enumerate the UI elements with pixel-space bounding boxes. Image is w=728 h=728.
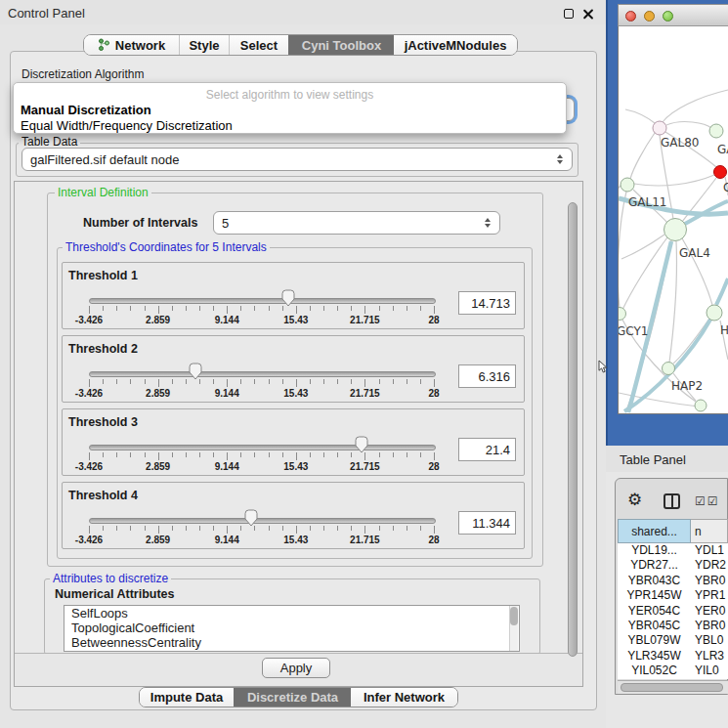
threshold-value-field[interactable]: 14.713 xyxy=(458,291,516,315)
table-row[interactable]: YBR043CYBR0 xyxy=(618,574,728,588)
slider-major-tick xyxy=(158,379,159,387)
slider-minor-tick xyxy=(310,306,311,311)
network-node-ga[interactable] xyxy=(709,124,723,138)
slider-minor-tick xyxy=(351,306,352,311)
network-node-c[interactable] xyxy=(714,166,727,179)
algorithm-dropdown-popup: Select algorithm to view settings Manual… xyxy=(13,82,567,134)
close-light-icon[interactable] xyxy=(625,11,636,21)
table-body[interactable]: YDL19...YDL1YDR27...YDR2YBR043CYBR0YPR14… xyxy=(618,543,728,679)
tab-cyni-toolbox[interactable]: Cyni Toolbox xyxy=(288,35,394,55)
bottom-tab-discretize-data[interactable]: Discretize Data xyxy=(234,688,351,707)
attributes-list-scrollbar-thumb[interactable] xyxy=(510,607,518,625)
slider-major-tick xyxy=(227,379,228,387)
threshold-slider-thumb[interactable] xyxy=(355,436,368,453)
float-icon[interactable] xyxy=(564,9,574,19)
tab-select[interactable]: Select xyxy=(229,35,288,55)
threshold-slider-track[interactable] xyxy=(89,371,436,377)
slider-minor-tick xyxy=(199,526,200,531)
tab-label: Impute Data xyxy=(150,690,223,705)
column-header-name[interactable]: n xyxy=(691,519,728,543)
network-node-gal4[interactable] xyxy=(664,219,687,241)
slider-minor-tick xyxy=(337,526,338,531)
list-item[interactable]: TopologicalCoefficient xyxy=(64,621,519,635)
threshold-slider-thumb[interactable] xyxy=(281,289,295,307)
checkbox-icons[interactable]: ☑☑ xyxy=(695,494,720,508)
threshold-slider-track[interactable] xyxy=(89,298,436,304)
slider-tick-label: 28 xyxy=(428,535,439,545)
threshold-label: Threshold 3 xyxy=(68,415,138,429)
slider-minor-tick xyxy=(393,526,394,531)
threshold-value-field[interactable]: 11.344 xyxy=(458,511,516,535)
threshold-slider-thumb[interactable] xyxy=(189,363,202,380)
threshold-slider-track[interactable] xyxy=(89,518,436,524)
number-of-intervals-combobox[interactable]: 5 xyxy=(213,211,500,235)
network-edge xyxy=(669,241,676,363)
network-edge xyxy=(619,192,626,308)
split-table-icon[interactable] xyxy=(664,493,680,509)
cell-shared-name: YIL052C xyxy=(618,664,691,678)
slider-tick-label: 9.144 xyxy=(215,388,239,399)
slider-minor-tick xyxy=(420,379,421,384)
table-row[interactable]: YPR145WYPR1 xyxy=(618,588,728,603)
tab-network[interactable]: Network xyxy=(84,35,179,55)
node-label: GAL11 xyxy=(628,195,666,209)
network-node[interactable] xyxy=(695,400,707,411)
threshold-slider-track[interactable] xyxy=(89,445,436,450)
slider-major-tick xyxy=(158,526,159,534)
slider-minor-tick xyxy=(323,452,324,457)
tab-style[interactable]: Style xyxy=(179,35,229,55)
slider-tick-label: 9.144 xyxy=(215,315,239,325)
table-row[interactable]: YLR345WYLR3 xyxy=(618,649,728,664)
slider-tick-label: 21.715 xyxy=(350,315,380,325)
popup-option-equal-width-frequency[interactable]: Equal Width/Frequency Discretization xyxy=(18,118,236,133)
slider-minor-tick xyxy=(269,526,270,531)
table-horizontal-scrollbar-thumb[interactable] xyxy=(621,683,723,692)
cyni-bottom-tabbar: Impute DataDiscretize DataInfer Network xyxy=(139,687,458,707)
slider-minor-tick xyxy=(282,526,283,531)
threshold-label: Threshold 4 xyxy=(68,489,138,502)
network-node-gal11[interactable] xyxy=(621,178,634,192)
threshold-value-field[interactable]: 6.316 xyxy=(458,364,516,388)
threshold-slider-thumb[interactable] xyxy=(244,509,258,527)
list-item[interactable]: SelfLoops xyxy=(64,606,519,621)
tab-jactivemnodules[interactable]: jActiveMNodules xyxy=(394,35,517,55)
table-row[interactable]: YBR045CYBR0 xyxy=(618,619,728,633)
table-row[interactable]: YER054CYER0 xyxy=(618,604,728,619)
bottom-tab-impute-data[interactable]: Impute Data xyxy=(140,688,234,707)
threshold-value-field[interactable]: 21.4 xyxy=(458,438,516,461)
network-node-hap2[interactable] xyxy=(663,363,675,375)
table-row[interactable]: YBL079WYBL0 xyxy=(618,633,728,648)
network-node-gcy1[interactable] xyxy=(619,308,626,321)
apply-button[interactable]: Apply xyxy=(262,658,330,678)
close-icon[interactable] xyxy=(582,8,594,20)
numerical-attributes-list[interactable]: SelfLoopsTopologicalCoefficientBetweenne… xyxy=(64,605,520,652)
slider-major-tick xyxy=(434,526,435,534)
threshold-2-box: Threshold 2-3.4262.8599.14415.4321.71528… xyxy=(62,335,525,403)
list-item[interactable]: BetweennessCentrality xyxy=(64,635,519,650)
slider-tick-label: -3.426 xyxy=(75,461,103,472)
table-row[interactable]: YIL052CYIL0 xyxy=(618,664,728,678)
table-row[interactable]: YDR27...YDR2 xyxy=(618,558,728,573)
slider-tick-label: 15.43 xyxy=(283,461,308,472)
table-data-combobox[interactable]: galFiltered.sif default node xyxy=(21,148,573,171)
network-node-h[interactable] xyxy=(707,305,722,321)
popup-option-manual-discretization[interactable]: Manual Discretization xyxy=(18,103,154,117)
minimize-light-icon[interactable] xyxy=(644,11,655,21)
column-header-shared-name[interactable]: shared... xyxy=(618,519,691,543)
bottom-tab-infer-network[interactable]: Infer Network xyxy=(351,688,457,707)
settings-vertical-scrollbar[interactable] xyxy=(568,202,578,657)
network-node-gal80[interactable] xyxy=(653,121,666,135)
gear-icon[interactable]: ⚙ xyxy=(627,490,642,509)
slider-minor-tick xyxy=(310,452,311,457)
slider-minor-tick xyxy=(145,379,146,384)
network-canvas[interactable]: GAL80GACGAL11GAL4GCY1HHAP2 xyxy=(619,26,728,413)
slider-minor-tick xyxy=(420,526,421,531)
zoom-light-icon[interactable] xyxy=(663,11,673,21)
slider-minor-tick xyxy=(116,526,117,531)
cell-name: YLR3 xyxy=(691,649,728,664)
cell-name: YDR2 xyxy=(691,558,728,573)
mouse-cursor xyxy=(598,360,609,374)
tab-label: jActiveMNodules xyxy=(405,38,507,53)
table-row[interactable]: YDL19...YDL1 xyxy=(618,543,728,558)
slider-minor-tick xyxy=(351,452,352,457)
